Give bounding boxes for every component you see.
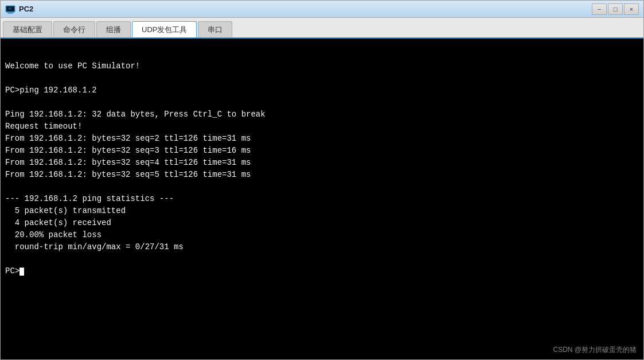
svg-text:PC: PC: [9, 7, 12, 10]
terminal-line: From 192.168.1.2: bytes=32 seq=2 ttl=126…: [5, 133, 639, 145]
terminal-line: 20.00% packet loss: [5, 229, 639, 241]
terminal-line: 4 packet(s) received: [5, 217, 639, 229]
terminal-line: [5, 181, 639, 193]
terminal-line: From 192.168.1.2: bytes=32 seq=5 ttl=126…: [5, 169, 639, 181]
main-window: PC PC2 − □ × 基础配置命令行组播UDP发包工具串口 Welcome …: [0, 0, 644, 360]
terminal-line: [5, 72, 639, 84]
terminal-line: PC>: [5, 265, 639, 277]
terminal-line: --- 192.168.1.2 ping statistics ---: [5, 193, 639, 205]
terminal-cursor: [19, 268, 24, 276]
terminal-line: Request timeout!: [5, 121, 639, 133]
terminal-line: [5, 253, 639, 265]
title-bar-left: PC PC2: [5, 4, 33, 14]
tab-0[interactable]: 基础配置: [3, 21, 52, 37]
terminal-line: [5, 96, 639, 109]
tab-1[interactable]: 命令行: [53, 21, 95, 37]
tab-bar: 基础配置命令行组播UDP发包工具串口: [1, 18, 643, 38]
terminal-area[interactable]: Welcome to use PC Simulator!PC>ping 192.…: [1, 38, 643, 359]
terminal-line: 5 packet(s) transmitted: [5, 205, 639, 217]
title-bar: PC PC2 − □ ×: [1, 1, 643, 18]
tab-4[interactable]: 串口: [198, 21, 232, 37]
terminal-line: round-trip min/avg/max = 0/27/31 ms: [5, 241, 639, 253]
terminal-line: PC>ping 192.168.1.2: [5, 84, 639, 96]
maximize-button[interactable]: □: [608, 3, 623, 15]
tab-3[interactable]: UDP发包工具: [132, 21, 197, 37]
svg-rect-2: [7, 13, 13, 14]
minimize-button[interactable]: −: [592, 3, 607, 15]
terminal-line: Welcome to use PC Simulator!: [5, 60, 639, 72]
window-controls: − □ ×: [592, 3, 639, 15]
close-button[interactable]: ×: [624, 3, 639, 15]
window-title: PC2: [19, 5, 33, 13]
terminal-line: From 192.168.1.2: bytes=32 seq=4 ttl=126…: [5, 157, 639, 169]
terminal-line: From 192.168.1.2: bytes=32 seq=3 ttl=126…: [5, 145, 639, 157]
app-icon: PC: [5, 4, 15, 14]
watermark: CSDN @努力拱破蛋壳的猪: [553, 345, 637, 355]
terminal-line: Ping 192.168.1.2: 32 data bytes, Press C…: [5, 109, 639, 121]
tab-2[interactable]: 组播: [96, 21, 131, 37]
